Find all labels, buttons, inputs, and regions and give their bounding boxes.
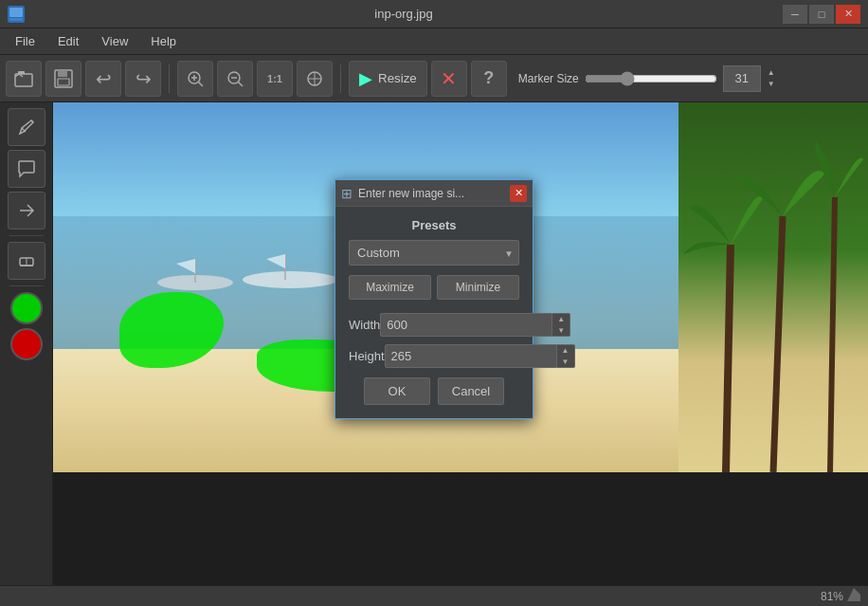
svg-line-22: [773, 216, 783, 472]
zoom-out-icon: [226, 69, 244, 88]
marker-up-arrow[interactable]: ▲: [767, 67, 776, 79]
open-button[interactable]: [6, 61, 42, 97]
undo-icon: ↩: [96, 67, 112, 90]
dialog-footer: OK Cancel: [349, 377, 519, 405]
resize-button[interactable]: ▶ Resize: [349, 61, 427, 97]
svg-marker-29: [847, 588, 860, 601]
redo-button[interactable]: ↪: [125, 61, 161, 97]
toolbar-separator-1: [169, 64, 170, 93]
height-up-spinner[interactable]: ▲: [557, 345, 574, 357]
dialog-body: Presets Custom 800x600 1024x768 1280x720…: [335, 207, 533, 418]
red-color-button[interactable]: [10, 328, 43, 360]
save-button[interactable]: [45, 61, 81, 97]
resize-dialog: ⊞ Enter new image si... ✕ Presets Custom…: [335, 178, 533, 419]
zoom-level: 81%: [821, 590, 843, 603]
title-bar: inp-org.jpg ─ □ ✕: [0, 0, 868, 28]
speech-tool[interactable]: [8, 150, 45, 188]
cancel-icon: ✕: [441, 67, 457, 90]
height-label: Height: [349, 349, 385, 363]
cancel-button[interactable]: Cancel: [438, 377, 504, 405]
marker-down-arrow[interactable]: ▼: [767, 79, 776, 90]
arrow-tool[interactable]: [8, 192, 45, 230]
help-button[interactable]: ?: [471, 61, 507, 97]
width-spinners: ▲ ▼: [552, 313, 570, 337]
svg-rect-4: [18, 71, 25, 74]
preset-select[interactable]: Custom 800x600 1024x768 1280x720 1920x10…: [349, 240, 519, 266]
play-icon: ▶: [359, 68, 372, 89]
help-icon: ?: [483, 68, 494, 88]
toolbar-separator-2: [340, 64, 341, 93]
zoom-1to1-icon: 1:1: [267, 73, 282, 84]
menu-help[interactable]: Help: [139, 30, 188, 52]
presets-label: Presets: [349, 218, 519, 232]
dialog-icon: ⊞: [341, 186, 353, 201]
svg-rect-7: [58, 79, 69, 85]
height-spinners: ▲ ▼: [557, 344, 575, 368]
maximize-button[interactable]: □: [809, 5, 834, 24]
svg-line-23: [830, 197, 835, 472]
app-icon: [8, 6, 25, 23]
height-input-wrap: ▲ ▼: [385, 344, 575, 368]
undo-button[interactable]: ↩: [85, 61, 121, 97]
dialog-titlebar: ⊞ Enter new image si... ✕: [335, 180, 533, 207]
svg-rect-1: [9, 8, 23, 17]
menu-view[interactable]: View: [90, 30, 139, 52]
green-color-button[interactable]: [10, 292, 43, 324]
svg-rect-3: [15, 74, 32, 86]
menu-file[interactable]: File: [4, 30, 46, 52]
width-up-spinner[interactable]: ▲: [552, 314, 570, 325]
width-label: Width: [349, 318, 380, 332]
menu-edit[interactable]: Edit: [46, 30, 90, 52]
minimize-button[interactable]: ─: [783, 5, 807, 24]
dialog-close-button[interactable]: ✕: [510, 185, 527, 202]
open-icon: [13, 68, 34, 89]
marker-size-label: Marker Size: [518, 72, 579, 85]
green-paint-blob-1: [119, 292, 224, 368]
save-icon: [53, 68, 74, 89]
width-field-row: Width ▲ ▼: [349, 313, 519, 337]
marker-section: Marker Size 31 ▲ ▼: [518, 65, 776, 92]
zoom-in-button[interactable]: [177, 61, 213, 97]
eraser-icon: [16, 250, 37, 271]
tool-separator: [9, 235, 44, 236]
preset-buttons: Maximize Minimize: [349, 275, 519, 300]
zoom-icon: [847, 588, 860, 604]
redo-icon: ↪: [136, 67, 152, 90]
width-down-spinner[interactable]: ▼: [552, 325, 570, 337]
preset-select-wrap: Custom 800x600 1024x768 1280x720 1920x10…: [349, 240, 519, 266]
toolbar: ↩ ↪ 1:1 ▶ Resize ✕ ?: [0, 55, 868, 102]
svg-point-26: [243, 271, 337, 288]
window-title: inp-org.jpg: [25, 7, 783, 21]
minimize-preset-button[interactable]: Minimize: [437, 275, 519, 300]
svg-line-21: [726, 245, 731, 472]
arrow-icon: [16, 200, 37, 221]
eraser-tool[interactable]: [8, 242, 45, 280]
svg-line-11: [199, 82, 204, 86]
cancel-resize-button[interactable]: ✕: [431, 61, 467, 97]
pencil-tool[interactable]: [8, 108, 45, 146]
zoom-fit-button[interactable]: [297, 61, 333, 97]
height-down-spinner[interactable]: ▼: [557, 357, 574, 368]
dialog-title: Enter new image si...: [358, 187, 464, 200]
ok-button[interactable]: OK: [364, 377, 430, 405]
width-input-wrap: ▲ ▼: [380, 313, 570, 337]
maximize-preset-button[interactable]: Maximize: [349, 275, 431, 300]
zoom-1to1-button[interactable]: 1:1: [257, 61, 293, 97]
palm-trees-svg: [678, 102, 868, 472]
tool-separator-2: [9, 285, 44, 286]
svg-rect-6: [58, 70, 67, 77]
below-canvas-area: [53, 472, 868, 585]
svg-rect-2: [9, 18, 23, 21]
width-input[interactable]: [380, 313, 552, 337]
menu-bar: File Edit View Help: [0, 28, 868, 55]
pencil-icon: [16, 117, 37, 138]
status-bar: 81%: [0, 585, 868, 606]
marker-arrows: ▲ ▼: [767, 67, 776, 90]
zoom-fit-icon: [305, 69, 324, 88]
close-button[interactable]: ✕: [836, 5, 860, 24]
zoom-in-icon: [186, 69, 205, 88]
palm-trees-area: [678, 102, 868, 472]
marker-size-slider[interactable]: [585, 71, 717, 86]
zoom-out-button[interactable]: [217, 61, 253, 97]
height-input[interactable]: [385, 344, 557, 368]
